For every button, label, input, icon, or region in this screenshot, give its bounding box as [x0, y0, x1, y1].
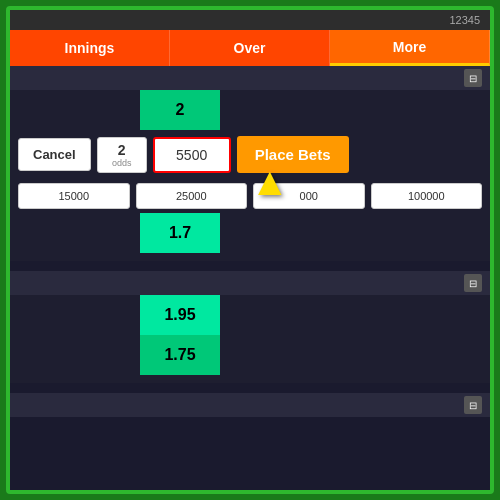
section2-row-2: 1.75 [10, 335, 490, 375]
section-1-collapse-btn[interactable]: ⊟ [464, 69, 482, 87]
quick-stake-btn-3[interactable]: 100000 [371, 183, 483, 209]
section-2-collapse-btn[interactable]: ⊟ [464, 274, 482, 292]
quick-stakes-row: 15000 25000 000 100000 [10, 179, 490, 213]
place-bets-button[interactable]: Place Bets [237, 136, 349, 173]
section2-odds-1: 1.95 [140, 295, 220, 335]
section-2: ⊟ 1.95 1.75 [10, 271, 490, 383]
section-1-header: ⊟ [10, 66, 490, 90]
result-value-cell: 1.7 [140, 213, 220, 253]
top-bar-text: 12345 [449, 14, 480, 26]
spacer-2 [10, 375, 490, 383]
section2-label-1 [10, 309, 140, 321]
stake-input-wrapper [153, 137, 231, 173]
bet-input-row: Cancel 2 odds Place Bets [10, 130, 490, 179]
bet-value-row: 2 [10, 90, 490, 130]
section-3-collapse-btn[interactable]: ⊟ [464, 396, 482, 414]
section-3: ⊟ [10, 393, 490, 417]
odds-value: 2 [118, 142, 126, 158]
app-container: 12345 Innings Over More ⊟ 2 [6, 6, 494, 494]
section2-row-1: 1.95 [10, 295, 490, 335]
odds-display: 2 odds [97, 137, 147, 173]
tab-innings[interactable]: Innings [10, 30, 170, 66]
odds-label: odds [112, 158, 132, 168]
section-3-header: ⊟ [10, 393, 490, 417]
tab-over[interactable]: Over [170, 30, 330, 66]
tabs-bar: Innings Over More [10, 30, 490, 66]
section2-label-2 [10, 349, 140, 361]
result-row: 1.7 [10, 213, 490, 253]
quick-stake-btn-2[interactable]: 000 [253, 183, 365, 209]
spacer-1 [10, 253, 490, 261]
quick-stake-btn-0[interactable]: 15000 [18, 183, 130, 209]
quick-stake-btn-1[interactable]: 25000 [136, 183, 248, 209]
bet-row-label [10, 104, 140, 116]
section-2-header: ⊟ [10, 271, 490, 295]
cancel-button[interactable]: Cancel [18, 138, 91, 171]
tab-more[interactable]: More [330, 30, 490, 66]
section-1: ⊟ 2 Cancel 2 odds Place [10, 66, 490, 261]
section2-odds-2: 1.75 [140, 335, 220, 375]
top-bar: 12345 [10, 10, 490, 30]
main-content: ⊟ 2 Cancel 2 odds Place [10, 66, 490, 490]
stake-input[interactable] [157, 141, 227, 169]
bet-value-cell: 2 [140, 90, 220, 130]
result-label [10, 227, 140, 239]
